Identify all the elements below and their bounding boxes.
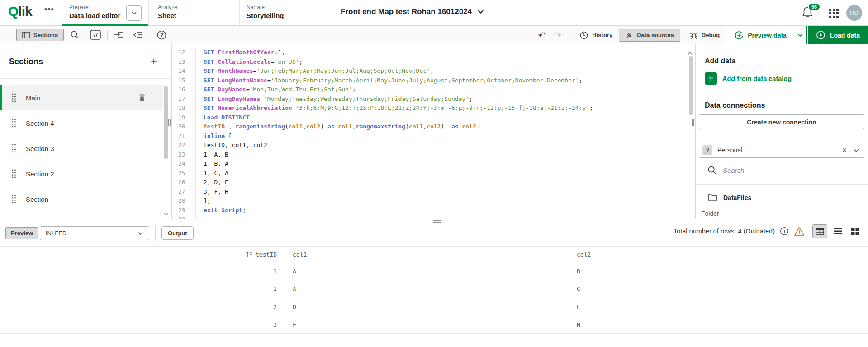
panel-icon	[22, 32, 30, 38]
main-area: Sections + MainSection 4Section 3Section…	[0, 44, 868, 219]
preview-bar: Preview INLFED Output Total number of ro…	[0, 219, 868, 243]
scrollbar-thumb[interactable]	[164, 86, 168, 159]
code-line-16[interactable]: 16SET DayNames='Mon;Tue;Wed;Thu;Fri;Sat;…	[172, 85, 679, 95]
drag-handle[interactable]	[12, 143, 16, 153]
code-line-25[interactable]: 251, C, A	[172, 169, 679, 178]
tab-narrate[interactable]: Narrate Storytelling	[247, 0, 284, 25]
line-number: 26	[172, 178, 189, 187]
notifications-button[interactable]: 36	[802, 5, 815, 21]
code-line-27[interactable]: 273, F, H	[172, 187, 679, 197]
app-launcher-icon[interactable]	[829, 9, 839, 19]
more-menu-button[interactable]: •••	[44, 5, 54, 14]
undo-icon[interactable]: ↶	[538, 31, 546, 40]
editor-scrollbar-thumb[interactable]	[689, 56, 693, 115]
code-line-21[interactable]: 21inline [	[172, 132, 679, 141]
section-item-section-4[interactable]: Section 4	[0, 110, 163, 136]
delete-section-icon[interactable]	[138, 93, 146, 104]
svg-text:?: ?	[160, 32, 163, 38]
table-cell: D	[285, 298, 568, 316]
scroll-down-icon[interactable]	[164, 209, 169, 218]
code-text: 1, C, A	[195, 169, 228, 178]
indent-icon[interactable]	[114, 31, 123, 40]
clear-icon[interactable]: ×	[842, 146, 847, 155]
column-header-col1[interactable]: col1	[285, 247, 568, 262]
table-row[interactable]: 2DE	[0, 298, 868, 316]
divider	[155, 225, 156, 241]
prepare-dropdown-button[interactable]	[126, 5, 142, 21]
create-new-connection-button[interactable]: Create new connection	[699, 114, 864, 129]
app-title-menu[interactable]: Front end Map test Rohan 16012024	[341, 7, 484, 16]
load-data-button[interactable]: Load data	[808, 26, 868, 44]
table-row[interactable]: 3FH	[0, 316, 868, 334]
qlik-logo[interactable]: Qlik	[8, 4, 32, 19]
drag-handle[interactable]	[12, 194, 16, 204]
preview-toggle-button[interactable]: Preview	[5, 227, 38, 239]
drag-handle[interactable]	[12, 93, 16, 103]
debug-button[interactable]: Debug	[690, 31, 720, 39]
code-line-17[interactable]: 17SET LongDayNames='Monday;Tuesday;Wedne…	[172, 95, 679, 104]
connection-search-input[interactable]: Search	[707, 166, 745, 175]
code-line-29[interactable]: 29exit Script;	[172, 206, 679, 215]
drag-handle-icon	[12, 169, 16, 179]
tab-analyze[interactable]: Analyze Sheet	[158, 0, 177, 25]
splitter-handle[interactable]	[433, 220, 441, 224]
list-view-button[interactable]	[830, 224, 845, 238]
code-line-20[interactable]: 20testID , rangeminstring(col1,col2) as …	[172, 122, 679, 132]
sidebar-scrollbar[interactable]	[164, 86, 168, 219]
code-text	[195, 215, 204, 219]
code-line-22[interactable]: 22testID, col1, col2	[172, 141, 679, 150]
table-row[interactable]: 1AB	[0, 262, 868, 280]
comment-icon[interactable]	[90, 30, 101, 42]
drag-handle[interactable]	[12, 118, 16, 128]
add-data-panel: Add data + Add from data catalog Data co…	[695, 44, 868, 219]
sections-toggle-button[interactable]: Sections	[16, 29, 64, 41]
code-line-13[interactable]: 13SET CollationLocale='en-US';	[172, 57, 679, 67]
section-item-section[interactable]: Section	[0, 186, 163, 212]
column-header-col2[interactable]: col2	[568, 247, 868, 262]
add-from-data-catalog-button[interactable]: + Add from data catalog	[705, 72, 792, 85]
tab-prepare[interactable]: Prepare Data load editor	[69, 0, 120, 25]
warning-icon[interactable]	[794, 227, 805, 236]
output-button[interactable]: Output	[161, 226, 194, 240]
code-line-26[interactable]: 262, D, E	[172, 178, 679, 187]
code-line-24[interactable]: 241, B, A	[172, 159, 679, 169]
table-view-button[interactable]	[812, 224, 827, 238]
chevron-down-icon[interactable]	[853, 148, 859, 152]
preview-table-select[interactable]: INLFED	[40, 226, 149, 240]
grid-view-button[interactable]	[848, 224, 863, 238]
section-item-main[interactable]: Main	[0, 85, 163, 110]
code-text: exit Script;	[195, 206, 246, 215]
drag-handle[interactable]	[12, 169, 16, 179]
code-line-23[interactable]: 231, A, B	[172, 150, 679, 160]
preview-data-dropdown-button[interactable]	[794, 26, 807, 44]
code-line-12[interactable]: 12SET FirstMonthOfYear=1;	[172, 48, 679, 57]
panel-resize-handle[interactable]	[692, 119, 694, 126]
add-section-button[interactable]: +	[151, 55, 157, 68]
column-header-testid[interactable]: testID	[0, 247, 285, 262]
plug-icon	[625, 31, 633, 39]
outdent-icon[interactable]	[133, 31, 143, 40]
space-select[interactable]: Personal ×	[699, 143, 864, 158]
section-item-section-3[interactable]: Section 3	[0, 136, 163, 161]
table-row[interactable]: 1AC	[0, 280, 868, 299]
history-button[interactable]: History	[579, 31, 612, 40]
code-line-19[interactable]: 19Load DISTINCT	[172, 113, 679, 123]
redo-icon[interactable]: ↷	[554, 31, 562, 40]
help-icon[interactable]: ?	[157, 30, 166, 42]
code-line-28[interactable]: 28];	[172, 196, 679, 206]
data-sources-button[interactable]: Data sources	[619, 29, 680, 42]
code-line-14[interactable]: 14SET MonthNames='Jan;Feb;Mar;Apr;May;Ju…	[172, 67, 679, 76]
connection-item-datafiles[interactable]: DataFiles	[708, 194, 751, 201]
code-line-30[interactable]: 30	[172, 215, 679, 219]
code-line-15[interactable]: 15SET LongMonthNames='January;February;M…	[172, 76, 679, 86]
info-icon[interactable]: i	[780, 227, 789, 236]
section-item-section-2[interactable]: Section 2	[0, 161, 163, 186]
code-line-18[interactable]: 18SET NumericalAbbreviation='3:k;6:M;9:G…	[172, 104, 679, 113]
avatar[interactable]: RD	[846, 5, 862, 21]
panel-resize-handle[interactable]	[168, 119, 171, 126]
script-editor[interactable]: 12SET FirstMonthOfYear=1;13SET Collation…	[172, 44, 695, 219]
line-number: 27	[172, 187, 189, 197]
code-text: SET FirstMonthOfYear=1;	[195, 48, 285, 57]
search-icon[interactable]	[70, 30, 79, 41]
preview-data-button[interactable]: Preview data	[727, 26, 794, 44]
